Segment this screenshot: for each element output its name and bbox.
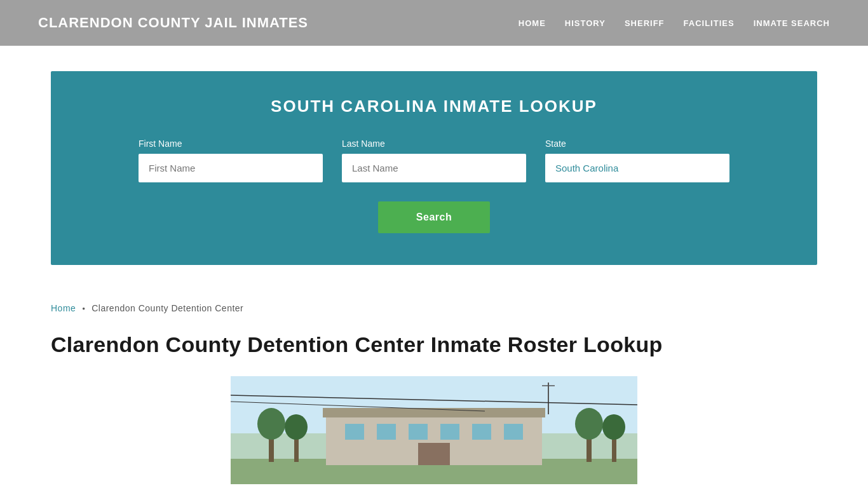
svg-point-19 [285, 414, 308, 440]
state-group: State [545, 139, 729, 182]
search-section: SOUTH CAROLINA INMATE LOOKUP First Name … [51, 71, 817, 265]
nav-inmate-search[interactable]: INMATE SEARCH [754, 18, 830, 28]
search-fields: First Name Last Name State [89, 139, 779, 182]
svg-point-21 [575, 408, 603, 440]
svg-rect-7 [409, 424, 428, 440]
site-title: CLARENDON COUNTY JAIL INMATES [38, 15, 308, 31]
search-button-row: Search [89, 201, 779, 233]
breadcrumb-current: Clarendon County Detention Center [92, 303, 243, 313]
search-button[interactable]: Search [378, 201, 490, 233]
header: CLARENDON COUNTY JAIL INMATES HOME HISTO… [0, 0, 868, 46]
svg-rect-5 [345, 424, 364, 440]
main-nav: HOME HISTORY SHERIFF FACILITIES INMATE S… [519, 18, 830, 28]
first-name-input[interactable] [139, 154, 323, 182]
nav-facilities[interactable]: FACILITIES [684, 18, 735, 28]
first-name-label: First Name [139, 139, 323, 149]
svg-rect-6 [377, 424, 396, 440]
state-input[interactable] [545, 154, 729, 182]
last-name-input[interactable] [342, 154, 526, 182]
nav-history[interactable]: HISTORY [565, 18, 606, 28]
state-label: State [545, 139, 729, 149]
svg-point-23 [602, 414, 625, 440]
first-name-group: First Name [139, 139, 323, 182]
svg-rect-9 [472, 424, 491, 440]
facility-image [231, 376, 637, 484]
last-name-group: Last Name [342, 139, 526, 182]
svg-rect-10 [504, 424, 523, 440]
nav-home[interactable]: HOME [519, 18, 546, 28]
main-content: Home ● Clarendon County Detention Center… [0, 290, 868, 488]
breadcrumb: Home ● Clarendon County Detention Center [51, 303, 817, 313]
svg-rect-8 [440, 424, 459, 440]
nav-sheriff[interactable]: SHERIFF [625, 18, 665, 28]
breadcrumb-separator: ● [82, 306, 85, 311]
svg-point-17 [257, 408, 285, 440]
svg-rect-11 [418, 443, 450, 465]
last-name-label: Last Name [342, 139, 526, 149]
search-title: SOUTH CAROLINA INMATE LOOKUP [89, 97, 779, 116]
page-heading: Clarendon County Detention Center Inmate… [51, 332, 817, 357]
breadcrumb-home[interactable]: Home [51, 303, 76, 313]
